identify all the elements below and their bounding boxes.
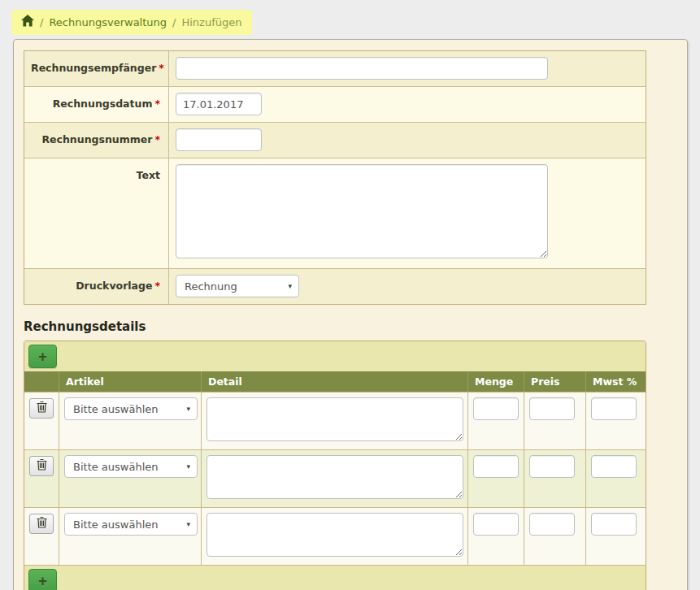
breadcrumb: / Rechnungsverwaltung / Hinzufügen <box>11 10 252 35</box>
form-row-text: Text <box>24 158 646 268</box>
field-label-rechnungsnummer: Rechnungsnummer* <box>24 123 169 158</box>
column-header-artikel: Artikel <box>59 371 201 392</box>
details-table-header: Artikel Detail Menge Preis Mwst % <box>24 371 646 392</box>
form-row-rechnungsdatum: Rechnungsdatum* <box>24 86 646 122</box>
invoice-details-table: + Artikel Detail Menge Preis Mwst % <box>24 341 646 590</box>
menge-input[interactable] <box>473 455 519 478</box>
delete-row-button[interactable] <box>29 514 54 534</box>
breadcrumb-item-hinzufuegen: Hinzufügen <box>181 16 241 28</box>
details-section-title: Rechnungsdetails <box>24 319 646 334</box>
details-toolbar-bottom: + <box>24 565 646 590</box>
required-marker: * <box>154 280 160 292</box>
column-header-menge: Menge <box>467 371 524 392</box>
detail-textarea[interactable] <box>207 513 463 557</box>
add-row-button-top[interactable]: + <box>28 345 57 368</box>
field-label-text: Text <box>24 158 169 268</box>
druckvorlage-select[interactable]: Rechnung <box>176 275 299 297</box>
form-row-rechnungsnummer: Rechnungsnummer* <box>24 122 646 158</box>
details-row: Bitte auswählen ▾ <box>24 449 646 507</box>
add-row-button-bottom[interactable]: + <box>28 569 57 590</box>
required-marker: * <box>154 98 160 110</box>
column-header-detail: Detail <box>201 371 467 392</box>
preis-input[interactable] <box>529 513 575 536</box>
delete-row-button[interactable] <box>29 456 54 476</box>
artikel-select[interactable]: Bitte auswählen <box>64 455 198 478</box>
field-label-rechnungsempfaenger: Rechnungsempfänger* <box>24 51 169 86</box>
trash-icon <box>37 459 47 473</box>
detail-textarea[interactable] <box>207 397 463 441</box>
details-toolbar-top: + <box>24 341 646 371</box>
menge-input[interactable] <box>473 513 519 536</box>
preis-input[interactable] <box>529 455 575 478</box>
detail-textarea[interactable] <box>207 455 463 499</box>
artikel-select[interactable]: Bitte auswählen <box>64 513 198 536</box>
breadcrumb-home-link[interactable] <box>21 15 34 29</box>
form-row-druckvorlage: Druckvorlage* Rechnung ▾ <box>24 268 646 304</box>
text-textarea[interactable] <box>176 164 548 258</box>
column-header-mwst: Mwst % <box>585 371 646 392</box>
required-marker: * <box>159 62 164 74</box>
mwst-input[interactable] <box>591 513 637 536</box>
rechnungsnummer-input[interactable] <box>176 128 262 151</box>
trash-icon <box>37 517 47 531</box>
delete-row-button[interactable] <box>29 398 54 419</box>
details-row: Bitte auswählen ▾ <box>24 392 646 449</box>
details-row: Bitte auswählen ▾ <box>24 507 646 565</box>
trash-icon <box>37 401 47 415</box>
rechnungsempfaenger-input[interactable] <box>176 57 548 80</box>
breadcrumb-separator: / <box>40 16 43 28</box>
column-header-actions <box>24 371 59 392</box>
field-label-rechnungsdatum: Rechnungsdatum* <box>24 87 169 122</box>
breadcrumb-item-rechnungsverwaltung[interactable]: Rechnungsverwaltung <box>49 16 167 28</box>
artikel-select[interactable]: Bitte auswählen <box>64 397 198 420</box>
form-panel: Rechnungsempfänger* Rechnungsdatum* Rech… <box>13 39 688 590</box>
form-row-rechnungsempfaenger: Rechnungsempfänger* <box>24 51 646 86</box>
home-icon <box>21 15 34 29</box>
menge-input[interactable] <box>473 397 519 420</box>
invoice-form: Rechnungsempfänger* Rechnungsdatum* Rech… <box>24 50 646 305</box>
mwst-input[interactable] <box>591 455 637 478</box>
rechnungsdatum-input[interactable] <box>176 93 262 115</box>
field-label-druckvorlage: Druckvorlage* <box>24 269 169 304</box>
preis-input[interactable] <box>529 397 575 420</box>
required-marker: * <box>154 133 160 145</box>
mwst-input[interactable] <box>591 397 637 420</box>
breadcrumb-separator: / <box>172 16 176 28</box>
column-header-preis: Preis <box>524 371 585 392</box>
